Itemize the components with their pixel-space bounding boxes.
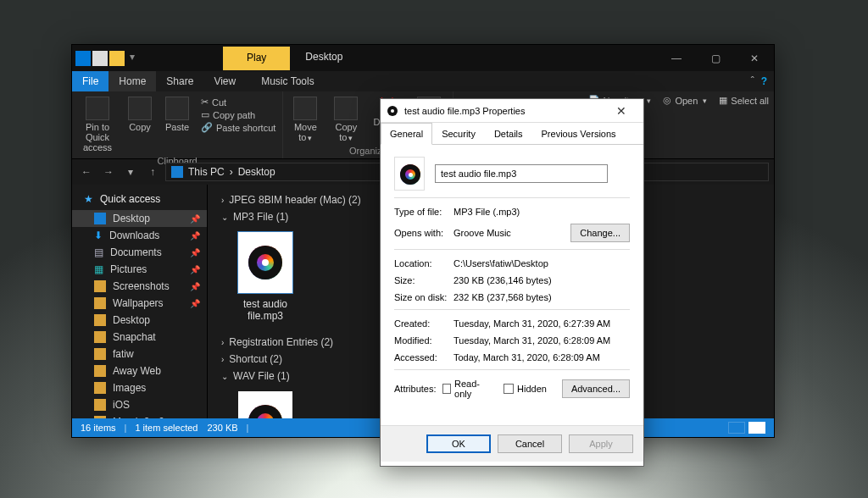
label-attributes: Attributes: [394, 384, 442, 394]
properties-titlebar: test audio file.mp3 Properties ✕ [381, 99, 643, 123]
file-label: test audio file.mp3 [231, 298, 299, 322]
change-button[interactable]: Change... [570, 224, 630, 242]
sidebar-item-images[interactable]: Images [72, 379, 207, 396]
svg-point-1 [391, 109, 394, 113]
breadcrumb-thispc[interactable]: This PC [188, 166, 225, 178]
sidebar-item-fatiw[interactable]: fatiw [72, 346, 207, 362]
label-accessed: Accessed: [394, 352, 453, 362]
sidebar-item-snapchat[interactable]: Snapchat [72, 329, 207, 346]
file-type-icon [386, 104, 399, 118]
tab-home[interactable]: Home [108, 71, 156, 91]
value-location: C:\Users\fatiw\Desktop [453, 258, 630, 268]
breadcrumb-desktop[interactable]: Desktop [238, 166, 275, 178]
move-to-button[interactable]: Move to▾ [287, 95, 324, 144]
label-location: Location: [394, 258, 453, 268]
close-button[interactable]: ✕ [735, 45, 774, 71]
tab-security[interactable]: Security [432, 123, 485, 145]
file-item-wav[interactable] [231, 391, 299, 418]
properties-dialog: test audio file.mp3 Properties ✕ General… [380, 98, 644, 467]
explorer-icon [75, 51, 91, 66]
sidebar-item-away-web[interactable]: Away Web [72, 362, 207, 379]
properties-tabs: General Security Details Previous Versio… [381, 123, 643, 145]
quick-access-toolbar: ▾ [72, 51, 138, 66]
tab-music-tools[interactable]: Music Tools [251, 71, 324, 91]
icons-view-icon[interactable] [748, 422, 765, 434]
details-view-icon[interactable] [728, 422, 745, 434]
tab-share[interactable]: Share [156, 71, 203, 91]
label-sod: Size on disk: [394, 292, 453, 302]
readonly-checkbox[interactable]: Read-only [442, 379, 488, 399]
file-big-icon [394, 157, 425, 191]
nav-up-icon[interactable]: ↑ [143, 166, 162, 178]
contextual-tab-play[interactable]: Play [223, 47, 290, 70]
tab-previous-versions[interactable]: Previous Versions [532, 123, 626, 145]
sidebar-item-pictures[interactable]: ▦Pictures📌 [72, 261, 207, 278]
chevron-right-icon[interactable]: › [230, 166, 233, 178]
sidebar-item-documents[interactable]: ▤Documents📌 [72, 244, 207, 261]
select-all-button[interactable]: ▦ Select all [719, 95, 769, 106]
value-sod: 232 KB (237,568 bytes) [453, 292, 630, 302]
value-type: MP3 File (.mp3) [453, 207, 630, 217]
window-title: Desktop [305, 45, 342, 63]
copy-button[interactable]: Copy [123, 95, 157, 134]
value-accessed: Today, March 31, 2020, 6:28:09 AM [453, 352, 630, 362]
hidden-checkbox[interactable]: Hidden [504, 384, 547, 394]
cut-button[interactable]: ✂ Cut [201, 97, 226, 108]
maximize-button[interactable]: ▢ [696, 45, 735, 71]
minimize-button[interactable]: — [657, 45, 696, 71]
paste-button[interactable]: Paste [160, 95, 194, 134]
label-modified: Modified: [394, 335, 453, 346]
sidebar-item-desktop2[interactable]: Desktop [72, 312, 207, 329]
status-size: 230 KB [207, 423, 237, 433]
paste-shortcut-button[interactable]: 🔗 Paste shortcut [201, 122, 275, 133]
status-items: 16 items [81, 423, 116, 433]
label-size: Size: [394, 275, 453, 285]
sidebar-item-wallpapers[interactable]: Wallpapers📌 [72, 295, 207, 312]
tab-general[interactable]: General [381, 123, 432, 145]
apply-button[interactable]: Apply [569, 434, 633, 453]
nav-back-icon[interactable]: ← [77, 166, 96, 178]
titlebar: ▾ Play Desktop — ▢ ✕ [72, 45, 774, 71]
nav-forward-icon[interactable]: → [99, 166, 118, 178]
desktop-icon [171, 166, 183, 178]
label-created: Created: [394, 318, 453, 329]
qat-dropdown-icon[interactable]: ▾ [130, 51, 135, 66]
properties-close-button[interactable]: ✕ [604, 104, 638, 118]
label-type: Type of file: [394, 207, 453, 217]
qat-icon-2[interactable] [109, 51, 125, 66]
file-item-selected[interactable]: test audio file.mp3 [231, 232, 299, 322]
ribbon-tabs: File Home Share View Music Tools ˆ ? [72, 71, 774, 91]
value-size: 230 KB (236,146 bytes) [453, 275, 630, 285]
qat-icon-1[interactable] [92, 51, 108, 66]
value-created: Tuesday, March 31, 2020, 6:27:39 AM [453, 318, 630, 329]
advanced-button[interactable]: Advanced... [562, 379, 630, 398]
wav-file-icon [238, 391, 292, 418]
value-opens: Groove Music [453, 228, 570, 238]
label-opens: Opens with: [394, 228, 453, 238]
sidebar-item-march[interactable]: March 2 - 6 [72, 413, 207, 418]
cancel-button[interactable]: Cancel [498, 434, 562, 453]
tab-details[interactable]: Details [485, 123, 532, 145]
navigation-pane: ★Quick access Desktop📌 ⬇Downloads📌 ▤Docu… [72, 185, 208, 418]
copy-to-button[interactable]: Copy to▾ [327, 95, 364, 144]
properties-body: Type of file:MP3 File (.mp3) Opens with:… [381, 145, 643, 425]
copy-path-button[interactable]: ▭ Copy path [201, 109, 255, 120]
properties-buttons: OK Cancel Apply [381, 425, 643, 462]
nav-history-icon[interactable]: ▾ [121, 166, 140, 178]
value-modified: Tuesday, March 31, 2020, 6:28:09 AM [453, 335, 630, 346]
pin-to-quick-access-button[interactable]: Pin to Quick access [75, 95, 120, 154]
quick-access-header[interactable]: ★Quick access [72, 190, 207, 210]
status-selected: 1 item selected [135, 423, 198, 433]
mp3-file-icon [238, 232, 292, 293]
ok-button[interactable]: OK [426, 434, 491, 453]
sidebar-item-downloads[interactable]: ⬇Downloads📌 [72, 227, 207, 244]
collapse-ribbon-icon[interactable]: ˆ [751, 75, 754, 87]
help-icon[interactable]: ? [761, 75, 767, 87]
filename-input[interactable] [435, 164, 608, 183]
tab-view[interactable]: View [203, 71, 246, 91]
open-button[interactable]: ◎ Open▾ [663, 95, 707, 106]
sidebar-item-ios[interactable]: iOS [72, 396, 207, 413]
sidebar-item-desktop[interactable]: Desktop📌 [72, 210, 207, 227]
tab-file[interactable]: File [72, 71, 108, 91]
sidebar-item-screenshots[interactable]: Screenshots📌 [72, 278, 207, 295]
